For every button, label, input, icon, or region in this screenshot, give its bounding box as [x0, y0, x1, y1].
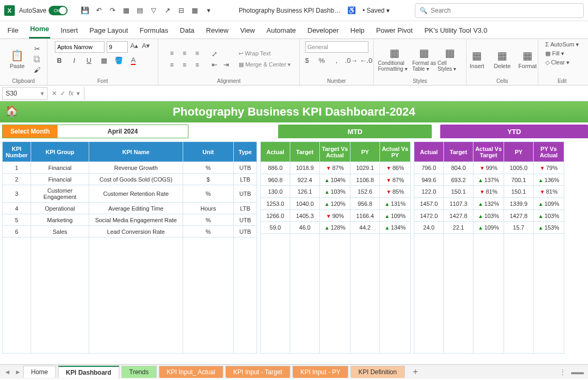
save-icon[interactable]: 💾: [80, 6, 90, 15]
fill-button[interactable]: ▦ Fill ▾: [545, 50, 564, 57]
cell-ytd-pva[interactable]: ▲109%: [534, 198, 564, 210]
table-row[interactable]: 59.0 46.0 ▲128% 44.2 ▲134%: [261, 222, 411, 234]
table-row[interactable]: 1457.0 1107.3 ▲132% 1339.9 ▲109%: [414, 198, 564, 210]
cell-unit[interactable]: Hours: [183, 203, 234, 214]
cell-ytd-actual[interactable]: 796.0: [414, 162, 444, 174]
cell-mtd-py[interactable]: 44.2: [350, 222, 380, 234]
qat-icon-6[interactable]: ▦: [190, 6, 200, 15]
merge-center-button[interactable]: ▦ Merge & Center ▾: [239, 61, 291, 68]
cell-kpi-num[interactable]: 4: [3, 203, 31, 214]
table-row[interactable]: 960.8 922.4 ▲104% 1106.8 ▼87%: [261, 174, 411, 186]
table-row[interactable]: 4 Operational Average Editing Time Hours…: [3, 203, 257, 214]
cell-ytd-pva[interactable]: ▲136%: [534, 174, 564, 186]
sheet-nav-prev-icon[interactable]: ◄: [4, 368, 11, 376]
cell-type[interactable]: LTB: [234, 203, 257, 214]
cell-unit[interactable]: %: [183, 214, 234, 226]
table-row[interactable]: 1 Financial Revenue Growth % UTB: [3, 162, 257, 174]
cell-type[interactable]: UTB: [234, 214, 257, 226]
cell-ytd-avt[interactable]: ▼81%: [473, 186, 504, 198]
cut-icon[interactable]: ✂: [33, 44, 42, 53]
cell-mtd-actual[interactable]: 886.0: [261, 162, 290, 174]
home-icon[interactable]: 🏠: [5, 104, 18, 117]
cell-mtd-target[interactable]: 1405.3: [290, 210, 320, 222]
table-row[interactable]: 886.0 1018.9 ▼87% 1029.1 ▼86%: [261, 162, 411, 174]
cell-ytd-avt[interactable]: ▲137%: [473, 174, 504, 186]
cell-ytd-py[interactable]: 1427.8: [504, 210, 534, 222]
cell-ytd-target[interactable]: 150.1: [444, 186, 473, 198]
cell-type[interactable]: UTB: [234, 185, 257, 203]
align-bot-icon[interactable]: ≡: [192, 49, 203, 58]
font-color-icon[interactable]: A: [129, 56, 138, 64]
tab-automate[interactable]: Automate: [265, 23, 297, 39]
sheet-tab-definition[interactable]: KPI Definition: [350, 366, 405, 378]
cell-kpi-group[interactable]: Marketing: [31, 214, 89, 226]
align-left-icon[interactable]: ≡: [167, 60, 177, 70]
sheet-tab-input-py[interactable]: KPI Input - PY: [292, 366, 348, 378]
cell-kpi-num[interactable]: 2: [3, 174, 31, 185]
redo-icon[interactable]: ↷: [108, 6, 117, 15]
saved-status[interactable]: • Saved ▾: [363, 7, 390, 14]
cell-kpi-num[interactable]: 6: [3, 226, 31, 238]
cell-ytd-py[interactable]: 1005.0: [504, 162, 534, 174]
qat-icon-7[interactable]: ▾: [204, 6, 213, 15]
clear-button[interactable]: ◇ Clear ▾: [545, 59, 570, 66]
cell-ytd-actual[interactable]: 1457.0: [414, 198, 444, 210]
sheet-nav-next-icon[interactable]: ►: [15, 368, 21, 376]
cell-unit[interactable]: %: [183, 226, 234, 238]
search-input[interactable]: [431, 7, 579, 14]
sheet-tab-input-target[interactable]: KPI Input - Target: [225, 366, 290, 378]
cell-mtd-avp[interactable]: ▲109%: [380, 210, 411, 222]
cell-kpi-group[interactable]: Operational: [31, 203, 89, 214]
cell-unit[interactable]: $: [183, 174, 234, 185]
indent-decrease-icon[interactable]: ⇤: [210, 60, 220, 69]
format-as-table-button[interactable]: ▦Format as Table ▾: [412, 46, 437, 72]
cell-styles-button[interactable]: ▦Cell Styles ▾: [438, 46, 462, 72]
increase-decimal-icon[interactable]: .0→: [347, 56, 356, 64]
tab-file[interactable]: File: [6, 23, 20, 39]
copy-icon[interactable]: ⿻: [33, 55, 42, 63]
cell-mtd-tvsa[interactable]: ▼90%: [320, 210, 350, 222]
qat-icon-2[interactable]: ▤: [135, 6, 145, 15]
cell-ytd-actual[interactable]: 24.0: [414, 222, 444, 234]
decrease-font-icon[interactable]: A▾: [141, 41, 151, 50]
cell-ytd-py[interactable]: 700.1: [504, 174, 534, 186]
delete-cells-button[interactable]: ▦Delete: [490, 49, 515, 69]
underline-icon[interactable]: U: [84, 56, 94, 64]
table-row[interactable]: 24.0 22.1 ▲109% 15.7 ▲153%: [414, 222, 564, 234]
cell-mtd-py[interactable]: 1029.1: [350, 162, 380, 174]
conditional-formatting-button[interactable]: ▦Conditional Formatting ▾: [378, 46, 411, 72]
cancel-formula-icon[interactable]: ✕: [52, 90, 57, 97]
cell-kpi-group[interactable]: Customer Engagement: [31, 185, 89, 203]
cell-mtd-actual[interactable]: 59.0: [261, 222, 290, 234]
align-right-icon[interactable]: ≡: [192, 60, 203, 70]
table-row[interactable]: 796.0 804.0 ▼99% 1005.0 ▼79%: [414, 162, 564, 174]
cell-ytd-actual[interactable]: 949.6: [414, 174, 444, 186]
table-row[interactable]: 949.6 693.2 ▲137% 700.1 ▲136%: [414, 174, 564, 186]
formula-input[interactable]: [84, 87, 588, 100]
tab-home[interactable]: Home: [29, 22, 50, 39]
percent-icon[interactable]: %: [317, 56, 327, 64]
number-format-select[interactable]: [305, 41, 368, 53]
tab-power-pivot[interactable]: Power Pivot: [375, 23, 414, 39]
tab-data[interactable]: Data: [179, 23, 195, 39]
sheet-tab-trends[interactable]: Trends: [121, 366, 157, 378]
search-box[interactable]: 🔍: [415, 3, 584, 18]
align-mid-icon[interactable]: ≡: [179, 49, 190, 58]
comma-icon[interactable]: ,: [332, 56, 342, 64]
font-name-select[interactable]: [55, 41, 105, 53]
sheet-tab-home[interactable]: Home: [23, 366, 56, 378]
autosum-button[interactable]: Σ AutoSum ▾: [545, 41, 579, 48]
cell-ytd-avt[interactable]: ▲103%: [473, 210, 504, 222]
cell-mtd-avp[interactable]: ▼86%: [380, 162, 411, 174]
cell-kpi-name[interactable]: Cost of Goods Sold (COGS): [89, 174, 183, 185]
bold-icon[interactable]: B: [55, 56, 64, 64]
cell-mtd-tvsa[interactable]: ▲120%: [320, 198, 350, 210]
cell-mtd-py[interactable]: 1106.8: [350, 174, 380, 186]
cell-type[interactable]: LTB: [234, 174, 257, 185]
sheet-options-icon[interactable]: ⋮: [559, 368, 566, 376]
italic-icon[interactable]: I: [70, 56, 79, 64]
cell-mtd-tvsa[interactable]: ▲103%: [320, 186, 350, 198]
cell-mtd-actual[interactable]: 130.0: [261, 186, 290, 198]
orientation-icon[interactable]: ⤢: [210, 50, 220, 58]
tab-help[interactable]: Help: [349, 23, 366, 39]
